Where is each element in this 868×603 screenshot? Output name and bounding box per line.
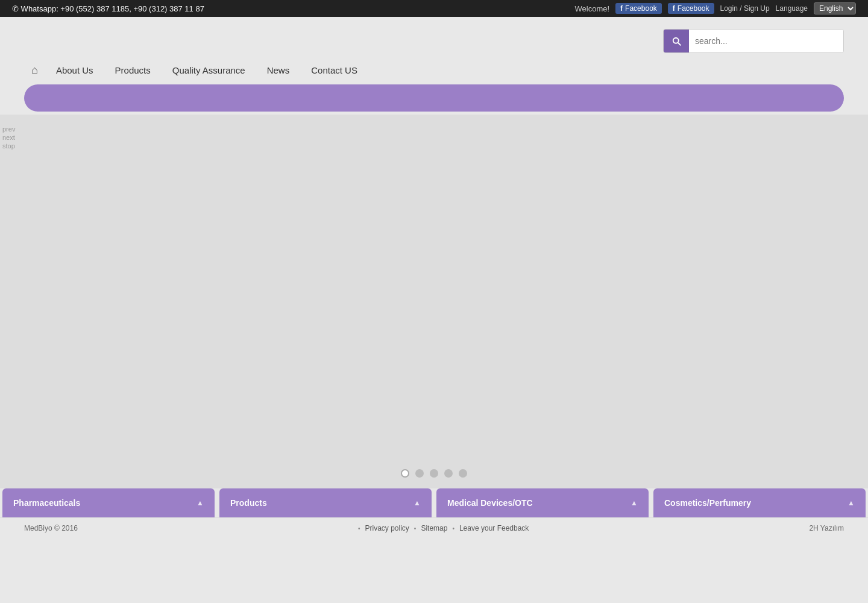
facebook-icon-1: f [620,4,623,13]
footer-bullet-2: • [414,525,417,532]
top-bar-left: ✆ Whatsapp: +90 (552) 387 1185, +90 (312… [12,4,204,13]
nav-contact-us[interactable]: Contact US [300,60,368,80]
slider-controls: prev next stop [0,121,17,154]
page-footer: MedBiyo © 2016 • Privacy policy • Sitema… [0,517,868,538]
search-input[interactable] [689,29,843,53]
sitemap-link[interactable]: Sitemap [421,524,447,532]
nav-news[interactable]: News [256,60,301,80]
slider-dot-5[interactable] [459,469,467,478]
footer-bullet-3: • [452,525,454,532]
chevron-up-icon-products: ▲ [414,499,421,507]
facebook-button-1[interactable]: f Facebook [615,3,662,14]
category-pharmaceuticals-label: Pharmaceuticals [13,498,80,508]
banner-bar-purple [24,84,844,112]
footer-bullet-1: • [358,525,360,532]
facebook-label-2: Facebook [678,4,709,13]
banner-bar [24,81,844,115]
facebook-button-2[interactable]: f Facebook [668,3,714,14]
search-button[interactable] [664,29,689,53]
slider-dot-3[interactable] [430,469,438,478]
whatsapp-info: ✆ Whatsapp: +90 (552) 387 1185, +90 (312… [12,4,204,13]
slider-dot-2[interactable] [415,469,424,478]
search-bar [663,29,844,53]
chevron-up-icon-cosmetics: ▲ [848,499,855,507]
category-products-label: Products [230,498,267,508]
category-cosmetics[interactable]: Cosmetics/Perfumery ▲ [653,488,866,517]
slider-prev[interactable]: prev [2,125,15,133]
slider-dot-4[interactable] [444,469,453,478]
nav-quality-assurance[interactable]: Quality Assurance [162,60,256,80]
chevron-up-icon-pharmaceuticals: ▲ [197,499,204,507]
top-bar: ✆ Whatsapp: +90 (552) 387 1185, +90 (312… [0,0,868,17]
slider-dot-1[interactable] [401,469,409,478]
facebook-icon-2: f [673,4,675,13]
header [0,17,868,53]
nav-products[interactable]: Products [104,60,162,80]
slider-dots [401,469,467,478]
category-medical-devices[interactable]: Medical Devices/OTC ▲ [436,488,649,517]
top-bar-right: Welcome! f Facebook f Facebook Login / S… [575,2,856,14]
facebook-label-1: Facebook [625,4,657,13]
credit-text: 2H Yazılım [809,524,844,532]
slider-stop[interactable]: stop [2,142,15,150]
slider-area: prev next stop [0,115,868,488]
welcome-text: Welcome! [575,4,610,13]
language-label: Language [776,4,808,13]
login-signup-links: Login / Sign Up [720,4,770,13]
copyright-text: MedBiyo © 2016 [24,524,78,532]
footer-links: • Privacy policy • Sitemap • Leave your … [358,524,529,532]
navigation: ⌂ About Us Products Quality Assurance Ne… [0,53,868,81]
language-select[interactable]: English Türkçe [814,2,856,14]
category-footer: Pharmaceuticals ▲ Products ▲ Medical Dev… [0,488,868,517]
category-pharmaceuticals[interactable]: Pharmaceuticals ▲ [2,488,215,517]
privacy-policy-link[interactable]: Privacy policy [365,524,409,532]
search-icon [671,36,682,46]
signup-link[interactable]: Sign Up [744,4,770,13]
slider-next[interactable]: next [2,134,15,141]
chevron-up-icon-medical: ▲ [631,499,638,507]
home-button[interactable]: ⌂ [24,59,45,81]
category-cosmetics-label: Cosmetics/Perfumery [664,498,751,508]
feedback-link[interactable]: Leave your Feedback [459,524,529,532]
login-link[interactable]: Login [720,4,738,13]
nav-about-us[interactable]: About Us [45,60,104,80]
category-products[interactable]: Products ▲ [219,488,432,517]
category-medical-devices-label: Medical Devices/OTC [447,498,533,508]
